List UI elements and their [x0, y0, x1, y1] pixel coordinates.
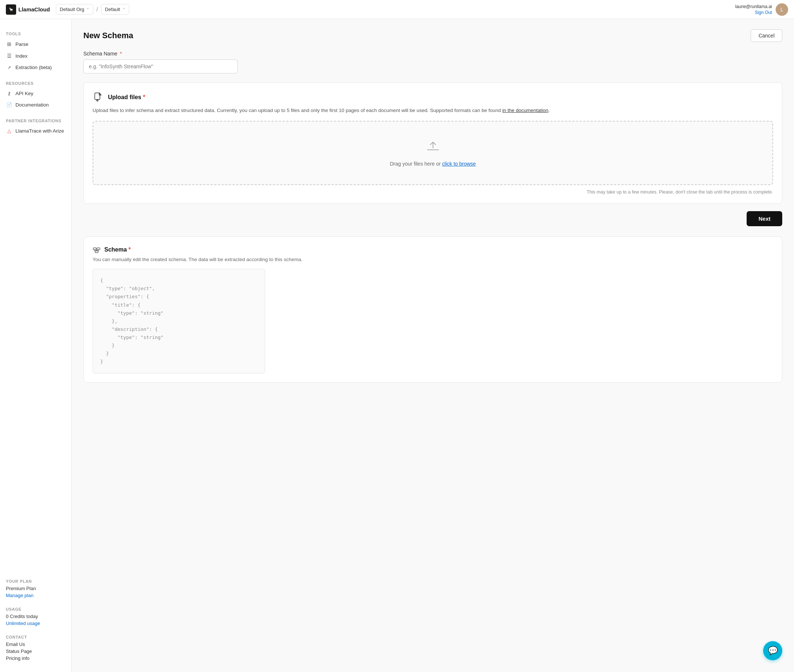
resources-label: RESOURCES	[0, 76, 71, 88]
schema-section-header: Schema *	[93, 246, 773, 254]
sidebar-item-extraction[interactable]: ↗ Extraction (beta)	[0, 62, 71, 73]
unlimited-usage[interactable]: Unlimited usage	[0, 620, 71, 627]
upload-file-icon	[93, 91, 104, 103]
sidebar-item-documentation[interactable]: 📄 Documentation	[0, 99, 71, 110]
api-key-icon: ⚷	[6, 91, 13, 96]
manage-plan-link[interactable]: Manage plan	[0, 592, 71, 599]
doc-link[interactable]: in the documentation	[503, 107, 548, 113]
llamatrace-icon: △	[6, 128, 13, 134]
sidebar-item-llamatrace-label: LlamaTrace with Arize	[15, 128, 64, 134]
schema-name-input[interactable]	[83, 59, 238, 74]
upload-section-header: Upload files *	[93, 91, 773, 103]
contact-pricing[interactable]: Pricing info	[0, 655, 71, 662]
sidebar-item-extraction-label: Extraction (beta)	[15, 65, 52, 70]
extraction-icon: ↗	[6, 65, 13, 70]
logo[interactable]: 🦙 LlamaCloud	[6, 5, 50, 15]
schema-section-title: Schema *	[104, 246, 131, 253]
schema-name-field: Schema Name *	[83, 51, 782, 74]
sidebar-item-index-label: Index	[15, 53, 27, 59]
user-email: laurie@runllama.ai	[735, 4, 772, 9]
sidebar-item-llamatrace[interactable]: △ LlamaTrace with Arize	[0, 125, 71, 137]
page-title: New Schema	[83, 31, 133, 40]
page-header: New Schema Cancel	[83, 29, 782, 42]
avatar: L	[776, 3, 788, 16]
org-separator: /	[96, 6, 98, 13]
upload-description: Upload files to infer schema and extract…	[93, 107, 773, 114]
project-dropdown[interactable]: Default ⌃	[101, 4, 129, 15]
org-label: Default Org	[60, 6, 84, 12]
chat-icon: 💬	[768, 646, 778, 656]
documentation-icon: 📄	[6, 102, 13, 107]
tools-section: TOOLS ⊞ Parse ☰ Index ↗ Extraction (beta…	[0, 26, 71, 76]
resources-section: RESOURCES ⚷ API Key 📄 Documentation	[0, 76, 71, 114]
next-button-wrap: Next	[83, 211, 782, 226]
svg-rect-4	[95, 251, 98, 253]
required-asterisk: *	[118, 51, 122, 56]
user-info: laurie@runllama.ai Sign Out	[735, 4, 772, 15]
org-selector: Default Org ⌃ / Default ⌃	[56, 4, 129, 15]
svg-rect-2	[93, 248, 96, 250]
chat-bubble[interactable]: 💬	[763, 641, 782, 660]
layout: TOOLS ⊞ Parse ☰ Index ↗ Extraction (beta…	[0, 0, 794, 672]
contact-label: CONTACT	[0, 630, 71, 641]
plan-name: Premium Plan	[0, 585, 71, 592]
sidebar-item-parse[interactable]: ⊞ Parse	[0, 38, 71, 50]
parse-icon: ⊞	[6, 41, 13, 47]
schema-name-label: Schema Name *	[83, 51, 782, 56]
upload-section-title: Upload files *	[108, 94, 145, 101]
partner-section: PARTNER INTEGRATIONS △ LlamaTrace with A…	[0, 114, 71, 139]
dropzone[interactable]: Drag your files here or click to browse	[93, 121, 773, 185]
upload-arrow-icon	[101, 139, 765, 157]
usage-label: USAGE	[0, 602, 71, 613]
sidebar-item-parse-label: Parse	[15, 42, 28, 47]
project-chevron-icon: ⌃	[122, 7, 125, 11]
sidebar: TOOLS ⊞ Parse ☰ Index ↗ Extraction (beta…	[0, 19, 72, 672]
partner-label: PARTNER INTEGRATIONS	[0, 114, 71, 125]
schema-icon	[93, 246, 101, 254]
credits-today: 0 Credits today	[0, 613, 71, 620]
sidebar-bottom: YOUR PLAN Premium Plan Manage plan USAGE…	[0, 574, 71, 665]
topnav-right: laurie@runllama.ai Sign Out L	[735, 3, 788, 16]
sidebar-item-api-key[interactable]: ⚷ API Key	[0, 88, 71, 99]
logo-icon: 🦙	[6, 5, 16, 15]
upload-section: Upload files * Upload files to infer sch…	[83, 82, 782, 204]
your-plan-label: YOUR PLAN	[0, 574, 71, 585]
next-button[interactable]: Next	[747, 211, 782, 226]
org-dropdown[interactable]: Default Org ⌃	[56, 4, 93, 15]
main-content: New Schema Cancel Schema Name *	[72, 19, 794, 672]
index-icon: ☰	[6, 53, 13, 59]
tools-label: TOOLS	[0, 26, 71, 38]
contact-status[interactable]: Status Page	[0, 648, 71, 655]
logo-text: LlamaCloud	[18, 6, 50, 13]
cancel-button[interactable]: Cancel	[751, 29, 782, 42]
topnav: 🦙 LlamaCloud Default Org ⌃ / Default ⌃ l…	[0, 0, 794, 19]
project-label: Default	[105, 6, 120, 12]
sidebar-item-documentation-label: Documentation	[15, 102, 49, 107]
schema-description: You can manually edit the created schema…	[93, 257, 773, 262]
svg-rect-1	[427, 149, 439, 150]
browse-link[interactable]: click to browse	[442, 161, 476, 167]
schema-section: Schema * You can manually edit the creat…	[83, 237, 782, 382]
upload-note: This may take up to a few minutes. Pleas…	[93, 189, 773, 195]
svg-rect-3	[97, 248, 100, 250]
sidebar-item-index[interactable]: ☰ Index	[0, 50, 71, 62]
contact-email[interactable]: Email Us	[0, 641, 71, 648]
org-chevron-icon: ⌃	[86, 7, 89, 11]
sidebar-item-api-key-label: API Key	[15, 91, 34, 96]
dropzone-text: Drag your files here or click to browse	[101, 161, 765, 167]
schema-editor[interactable]: { "type": "object", "properties": { "tit…	[93, 269, 265, 373]
sign-out-link[interactable]: Sign Out	[755, 10, 772, 15]
